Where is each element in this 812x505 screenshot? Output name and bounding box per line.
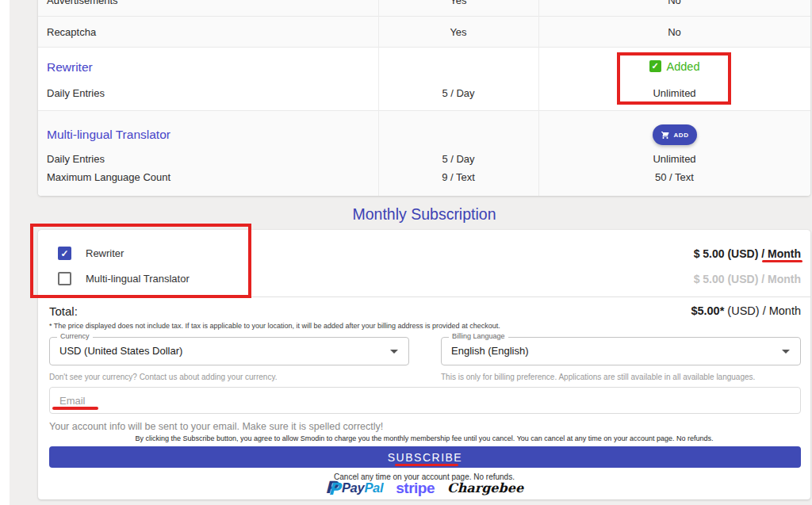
tax-note: * The price displayed does not include t… (49, 322, 500, 330)
pricing-page: Advertisements Yes No Recaptcha Yes No R… (0, 0, 812, 505)
terms-text: By clicking the Subscribe button, you ag… (38, 434, 810, 442)
column-divider (538, 0, 539, 196)
free-plan-value: 5 / Day (378, 87, 538, 99)
left-margin (0, 0, 10, 505)
total-price: $5.00* (USD) / Month (691, 304, 801, 317)
table-row: Advertisements Yes No (38, 0, 810, 17)
subscription-form: ✓ Rewriter $ 5.00 (USD) / Month Multi-li… (38, 230, 810, 499)
billing-language-select-value: English (English) (451, 338, 529, 365)
rewriter-section: Rewriter ✓ Added Daily Entries 5 / Day U… (38, 48, 810, 111)
rewriter-link[interactable]: Rewriter (47, 60, 93, 75)
divider (38, 296, 810, 297)
payment-logos: P P PayPal stripe Chargebee (38, 479, 810, 497)
feature-label: Advertisements (38, 0, 378, 6)
paypal-icon: P P (325, 479, 339, 497)
column-divider (378, 0, 379, 196)
rewriter-price: $ 5.00 (USD) / Month (694, 247, 801, 260)
add-to-cart-button[interactable]: ADD (653, 124, 697, 145)
billing-language-helper-text: This is only for billing preference. App… (441, 373, 801, 381)
translator-checkbox-label[interactable]: Multi-lingual Translator (86, 273, 190, 285)
total-label: Total: (49, 304, 78, 318)
added-label: Added (667, 60, 700, 73)
feature-label: Daily Entries (47, 87, 105, 99)
premium-plan-value: No (538, 0, 810, 6)
translator-checkbox[interactable] (58, 272, 71, 285)
added-status: ✓ Added (538, 59, 810, 73)
feature-label: Recaptcha (38, 26, 378, 38)
add-button-label: ADD (674, 132, 689, 139)
free-plan-value: Yes (378, 0, 538, 6)
currency-select-value: USD (United States Dollar) (59, 338, 182, 365)
page-title: Monthly Subscription (38, 205, 810, 224)
email-helper-text: Your account info will be sent to your e… (49, 421, 383, 432)
stripe-logo: stripe (396, 480, 435, 497)
chevron-down-icon (390, 350, 398, 354)
rewriter-checkbox[interactable]: ✓ (58, 247, 71, 260)
table-row: Recaptcha Yes No (38, 17, 810, 48)
feature-label: Maximum Language Count (47, 171, 170, 183)
currency-select[interactable]: Currency USD (United States Dollar) (49, 337, 409, 365)
premium-plan-value: Unlimited (538, 153, 810, 165)
added-badge: ✓ Added (649, 60, 700, 73)
premium-plan-value: 50 / Text (538, 171, 810, 183)
rewriter-checkbox-label[interactable]: Rewriter (86, 247, 124, 259)
free-plan-value: 9 / Text (378, 171, 538, 183)
feature-label: Daily Entries (47, 153, 105, 165)
chevron-down-icon (782, 350, 790, 354)
free-plan-value: Yes (378, 26, 538, 38)
free-plan-value: 5 / Day (378, 153, 538, 165)
check-icon: ✓ (649, 60, 661, 72)
translator-section: Multi-lingual Translator ADD Daily Entri… (38, 111, 810, 196)
paypal-logo: P P PayPal (325, 479, 383, 497)
chargebee-logo: Chargebee (447, 480, 523, 495)
subscribe-button[interactable]: SUBSCRIBE (49, 446, 801, 468)
add-cell: ADD (538, 124, 810, 145)
premium-plan-value: No (538, 26, 810, 38)
cart-icon (661, 130, 670, 140)
translator-link[interactable]: Multi-lingual Translator (47, 128, 170, 142)
premium-plan-value: Unlimited (538, 87, 810, 99)
translator-price: $ 5.00 (USD) / Month (694, 273, 801, 285)
billing-language-select[interactable]: Billing Language English (English) (441, 337, 801, 365)
currency-helper-text: Don't see your currency? Contact us abou… (49, 373, 398, 381)
feature-comparison-table: Advertisements Yes No Recaptcha Yes No R… (38, 0, 810, 196)
email-field[interactable] (49, 387, 801, 414)
